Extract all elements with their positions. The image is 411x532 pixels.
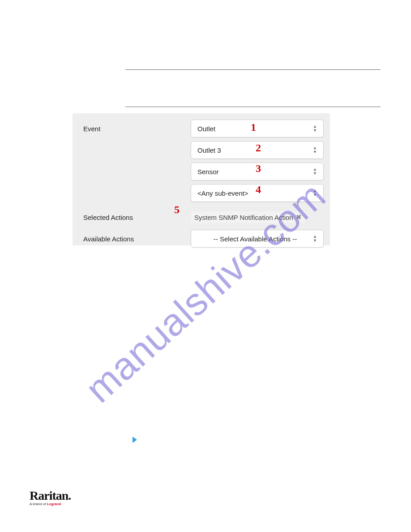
select-value: <Any sub-event> [197,189,248,197]
select-placeholder: -- Select Available Actions -- [197,235,313,243]
event-rule-panel: Event Outlet ▲▼ Outlet 3 ▲▼ Sensor ▲▼ [73,113,330,245]
spinner-icon: ▲▼ [313,189,317,197]
event-select-outlet3[interactable]: Outlet 3 ▲▼ [191,141,324,159]
available-actions-select[interactable]: -- Select Available Actions -- ▲▼ [191,230,324,248]
select-value: Sensor [197,168,219,176]
divider-top [125,69,381,70]
selected-actions-label: Selected Actions [73,214,191,221]
event-select-anysub[interactable]: <Any sub-event> ▲▼ [191,184,324,202]
available-actions-label: Available Actions [73,235,191,243]
spinner-icon: ▲▼ [313,167,317,176]
event-select-outlet[interactable]: Outlet ▲▼ [191,120,324,137]
play-icon [133,437,137,443]
event-label: Event [73,125,191,133]
spinner-icon: ▲▼ [313,146,317,154]
select-value: Outlet [197,125,215,133]
selected-action-chip: System SNMP Notification Action ✖ [191,211,305,223]
event-select-sensor[interactable]: Sensor ▲▼ [191,163,324,180]
spinner-icon: ▲▼ [313,235,317,243]
divider-mid [125,107,381,107]
brand-logo: Raritan. [30,489,71,503]
footer: Raritan. A brand of Legrand [30,489,71,506]
remove-chip-icon[interactable]: ✖ [296,213,302,221]
spinner-icon: ▲▼ [313,124,317,133]
select-value: Outlet 3 [197,146,221,154]
chip-text: System SNMP Notification Action [194,214,293,221]
